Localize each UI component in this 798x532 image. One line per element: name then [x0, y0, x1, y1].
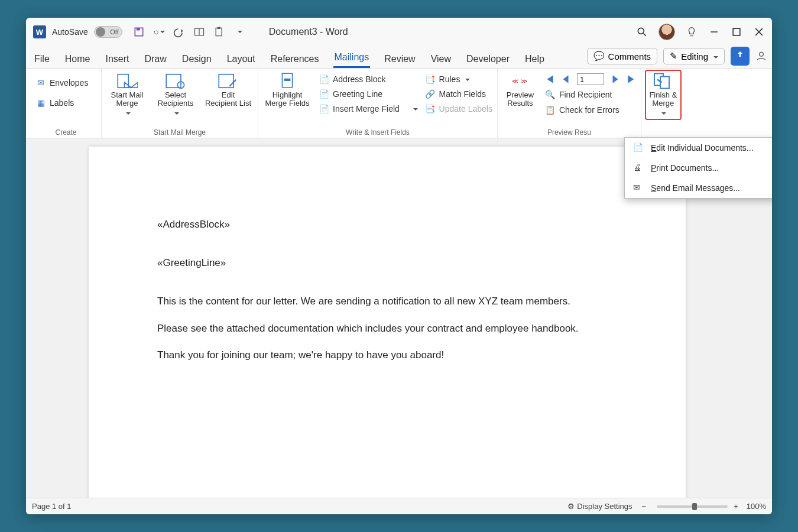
- redo-icon[interactable]: [173, 26, 185, 38]
- word-app-icon: [33, 25, 46, 38]
- doc-icon: 📄: [319, 89, 329, 99]
- preview-results-button[interactable]: ≪ ≫ Preview Results: [501, 71, 539, 108]
- quick-access-toolbar: [133, 26, 245, 38]
- edit-individual-documents-item[interactable]: 📄 Edit Individual Documents...: [625, 138, 772, 158]
- group-finish: Finish & Merge: [641, 69, 685, 138]
- finish-merge-button[interactable]: Finish & Merge: [645, 70, 682, 120]
- send-email-messages-item[interactable]: ✉ Send Email Messages...: [625, 178, 772, 198]
- last-record-icon[interactable]: [627, 74, 637, 85]
- select-recipients-button[interactable]: Select Recipients: [154, 71, 197, 118]
- user-avatar[interactable]: [658, 24, 675, 40]
- tab-layout[interactable]: Layout: [226, 50, 257, 68]
- tab-developer[interactable]: Developer: [465, 50, 511, 68]
- tab-draw[interactable]: Draw: [143, 50, 167, 68]
- body-paragraph-1[interactable]: This is the content for our letter. We a…: [157, 293, 617, 309]
- svg-rect-1: [137, 28, 140, 30]
- lightbulb-icon[interactable]: [686, 26, 698, 38]
- update-labels-button: 📑Update Labels: [424, 103, 494, 115]
- minimize-icon[interactable]: [708, 26, 720, 38]
- svg-rect-15: [166, 74, 181, 88]
- tab-insert[interactable]: Insert: [104, 50, 130, 68]
- save-icon[interactable]: [133, 26, 145, 38]
- rules-button[interactable]: 📑Rules: [424, 73, 494, 85]
- display-settings-button[interactable]: Display Settings: [577, 502, 632, 511]
- greeting-line-button[interactable]: 📄Greeting Line: [317, 88, 419, 100]
- doc-icon: 📄: [319, 103, 329, 114]
- edit-list-icon: [218, 72, 239, 90]
- svg-rect-4: [216, 28, 222, 35]
- insert-merge-field-button[interactable]: 📄Insert Merge Field: [317, 103, 419, 115]
- comment-icon: 💬: [593, 51, 605, 61]
- maximize-icon[interactable]: [731, 26, 742, 38]
- display-settings-icon[interactable]: ⚙: [567, 502, 575, 511]
- tab-home[interactable]: Home: [64, 50, 92, 68]
- document-title: Document3 - Word: [269, 27, 348, 37]
- tab-design[interactable]: Design: [181, 50, 213, 68]
- rules-icon: 📑: [425, 74, 436, 85]
- edit-doc-icon: 📄: [633, 142, 644, 153]
- record-number-input[interactable]: [577, 73, 604, 85]
- zoom-out-button[interactable]: −: [642, 502, 647, 511]
- svg-rect-10: [733, 28, 740, 35]
- share-button[interactable]: [731, 47, 750, 66]
- page-indicator[interactable]: Page 1 of 1: [32, 502, 72, 511]
- svg-rect-17: [219, 74, 233, 88]
- first-record-icon[interactable]: [544, 74, 554, 85]
- paste-icon[interactable]: [213, 26, 225, 38]
- autosave-toggle[interactable]: Off: [94, 26, 122, 38]
- tab-help[interactable]: Help: [524, 50, 546, 68]
- dd-edit-rest: dit Individual Documents...: [656, 143, 753, 153]
- email-icon: ✉: [633, 183, 644, 193]
- document-page[interactable]: «AddressBlock» «GreetingLine» This is th…: [89, 147, 686, 498]
- check-errors-button[interactable]: 📋Check for Errors: [544, 104, 637, 116]
- address-block-field[interactable]: «AddressBlock»: [157, 216, 617, 232]
- present-icon[interactable]: [755, 50, 767, 62]
- next-record-icon[interactable]: [610, 74, 621, 85]
- tab-mailings[interactable]: Mailings: [333, 48, 371, 68]
- close-icon[interactable]: [753, 26, 765, 38]
- record-navigation: [544, 73, 637, 85]
- highlight-merge-fields-button[interactable]: Highlight Merge Fields: [262, 71, 313, 108]
- tab-file[interactable]: File: [33, 50, 51, 68]
- comments-button[interactable]: 💬 Comments: [587, 48, 658, 64]
- check-icon: 📋: [545, 105, 556, 115]
- find-recipient-button[interactable]: 🔍Find Recipient: [544, 89, 637, 100]
- svg-line-7: [644, 34, 646, 36]
- search-icon[interactable]: [636, 26, 648, 38]
- svg-rect-14: [118, 74, 128, 88]
- group-preview-results: ≪ ≫ Preview Results 🔍Find Recipient 📋Che…: [498, 69, 641, 138]
- match-icon: 🔗: [425, 89, 436, 99]
- body-paragraph-2[interactable]: Please see the attached documentation wh…: [157, 320, 617, 336]
- labels-button[interactable]: ▦Labels: [34, 97, 75, 109]
- qat-customize-icon[interactable]: [233, 26, 245, 38]
- envelope-icon: ✉: [35, 77, 46, 88]
- highlight-icon: [277, 72, 298, 90]
- undo-icon[interactable]: [153, 26, 165, 38]
- greeting-line-field[interactable]: «GreetingLine»: [157, 255, 617, 271]
- print-documents-item[interactable]: 🖨 Print Documents...: [625, 158, 772, 178]
- start-mail-merge-button[interactable]: Start Mail Merge: [105, 71, 149, 118]
- zoom-slider[interactable]: [657, 505, 728, 508]
- prev-record-icon[interactable]: [560, 74, 571, 85]
- tab-references[interactable]: References: [270, 50, 320, 68]
- zoom-in-button[interactable]: +: [734, 502, 738, 511]
- doc-icon: 📄: [319, 74, 329, 85]
- ribbon-tabs: File Home Insert Draw Design Layout Refe…: [26, 46, 772, 69]
- match-fields-button[interactable]: 🔗Match Fields: [424, 88, 494, 100]
- editing-mode-button[interactable]: ✎ Editing: [663, 48, 725, 64]
- group-write-insert: Highlight Merge Fields 📄Address Block 📄G…: [258, 69, 498, 138]
- table-icon[interactable]: [193, 26, 205, 38]
- tab-view[interactable]: View: [430, 50, 452, 68]
- pencil-icon: ✎: [670, 51, 677, 61]
- tab-review[interactable]: Review: [383, 50, 416, 68]
- envelopes-button[interactable]: ✉Envelopes: [34, 77, 89, 89]
- status-bar: Page 1 of 1 ⚙ Display Settings − + 100%: [26, 498, 772, 514]
- edit-recipient-list-button[interactable]: Edit Recipient List: [202, 71, 254, 108]
- zoom-level[interactable]: 100%: [747, 502, 766, 511]
- body-paragraph-3[interactable]: Thank you for joining our team; we're ha…: [157, 347, 617, 363]
- mail-merge-icon: [116, 72, 138, 90]
- recipients-icon: [165, 72, 186, 90]
- address-block-button[interactable]: 📄Address Block: [317, 73, 419, 85]
- group-start-mail-merge: Start Mail Merge Select Recipients Edit …: [102, 69, 258, 138]
- title-bar: AutoSave Off Document3 - Word: [26, 18, 772, 46]
